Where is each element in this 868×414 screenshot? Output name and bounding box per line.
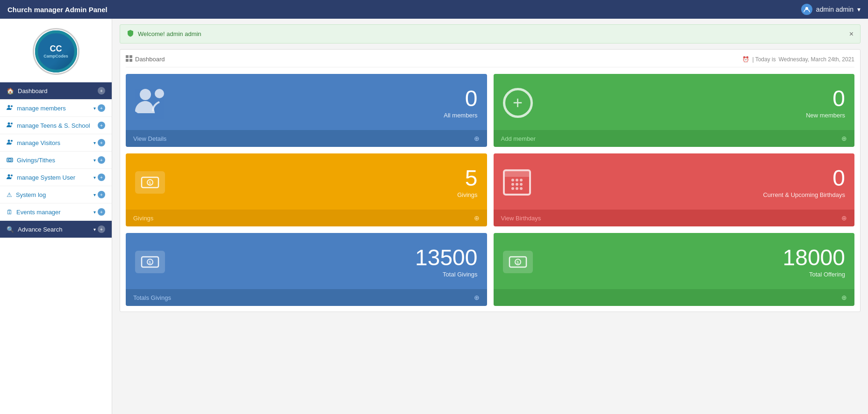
logo-inner: CC CampCodes (35, 30, 77, 73)
stat-card-all-members: 0 All members View Details ⊕ (126, 74, 487, 147)
sidebar-item-givings[interactable]: Givings/Tithes ▾ + (0, 152, 112, 169)
svg-text:$: $ (149, 260, 151, 265)
date-prefix: | Today is (752, 56, 775, 63)
totals-givings-link[interactable]: Totals Givings (133, 294, 171, 301)
stat-card-total-offering: $ 18000 Total Offering ⊕ (494, 233, 855, 306)
svg-point-10 (11, 174, 13, 176)
main-layout: CC CampCodes 🏠 Dashboard + (0, 19, 868, 414)
current-date: Wednesday, March 24th, 2021 (779, 56, 854, 63)
chevron-down-icon: ▾ (93, 175, 96, 180)
search-icon: 🔍 (7, 226, 14, 233)
arrow-circle-icon: ⊕ (841, 214, 847, 222)
plus-icon: + (98, 208, 105, 216)
events-icon: 🗓 (7, 209, 13, 216)
logo-shield-border (35, 30, 77, 73)
new-members-label: New members (806, 112, 845, 119)
stats-grid: 0 All members View Details ⊕ + (126, 74, 854, 306)
panel-header: Dashboard ⏰ | Today is Wednesday, March … (126, 55, 854, 67)
sidebar-item-label: manage members (17, 105, 66, 112)
svg-rect-8 (8, 159, 11, 161)
svg-point-2 (11, 105, 13, 107)
plus-icon: + (98, 139, 105, 146)
view-details-link[interactable]: View Details (133, 135, 166, 142)
svg-point-9 (8, 174, 10, 176)
sidebar-item-manage-teens[interactable]: manage Teens & S. School + (0, 117, 112, 134)
top-navbar: Church manager Admin Panel admin admin ▾ (0, 0, 868, 19)
plus-icon: + (98, 191, 105, 198)
stat-card-givings: $ 5 Givings Givings ⊕ (126, 153, 487, 226)
svg-point-3 (8, 122, 10, 124)
plus-icon: + (98, 122, 105, 129)
all-members-icon (135, 87, 169, 119)
dashboard-panel: Dashboard ⏰ | Today is Wednesday, March … (120, 49, 861, 312)
total-givings-label: Total Givings (415, 271, 477, 278)
birthdays-label: Current & Upcoming Birthdays (763, 191, 845, 198)
stat-card-birthdays: 0 Current & Upcoming Birthdays View Birt… (494, 153, 855, 226)
svg-point-1 (8, 105, 10, 107)
sidebar-item-label: Givings/Tithes (17, 157, 55, 164)
welcome-close-button[interactable]: × (849, 30, 854, 38)
sidebar-item-manage-members[interactable]: manage members ▾ + (0, 100, 112, 117)
plus-icon: + (98, 174, 105, 181)
sidebar-item-manage-visitors[interactable]: manage Visitors ▾ + (0, 134, 112, 152)
svg-rect-13 (126, 59, 129, 62)
givings-card-icon: $ (135, 171, 165, 194)
arrow-circle-icon: ⊕ (474, 214, 480, 222)
dashboard-grid-icon (126, 55, 132, 63)
chevron-down-icon: ▾ (93, 106, 96, 111)
chevron-down-icon: ▾ (93, 158, 96, 163)
breadcrumb: Dashboard (135, 56, 165, 63)
chevron-down-icon: ▾ (93, 192, 96, 197)
svg-point-16 (155, 89, 164, 98)
sidebar-item-label: Events manager (16, 209, 61, 216)
welcome-bar: Welcome! admin admin × (120, 24, 861, 44)
chevron-down-icon: ▾ (93, 140, 96, 145)
svg-rect-12 (129, 55, 132, 58)
view-birthdays-link[interactable]: View Birthdays (501, 215, 541, 222)
total-givings-icon: $ (135, 251, 165, 273)
sidebar-item-label: manage Visitors (17, 139, 60, 146)
svg-rect-14 (129, 59, 132, 62)
total-offering-count: 18000 (783, 247, 845, 269)
sidebar: CC CampCodes 🏠 Dashboard + (0, 19, 112, 414)
sidebar-item-label: manage Teens & S. School (17, 122, 90, 129)
svg-text:$: $ (516, 260, 519, 265)
plus-icon: + (98, 156, 105, 164)
members-icon (7, 105, 13, 112)
svg-rect-11 (126, 55, 129, 58)
givings-count: 5 (457, 167, 477, 189)
user-dropdown-icon: ▾ (857, 6, 861, 13)
logo-circle: CC CampCodes (33, 28, 79, 75)
sidebar-item-advance-search[interactable]: 🔍 Advance Search ▾ + (0, 221, 112, 238)
main-content: Welcome! admin admin × Dashboard ⏰ | (112, 19, 868, 414)
stat-card-new-members: + 0 New members Add member ⊕ (494, 74, 855, 147)
chevron-down-icon: ▾ (93, 210, 96, 215)
user-menu[interactable]: admin admin ▾ (801, 4, 861, 15)
givings-link[interactable]: Givings (133, 215, 153, 222)
plus-icon: + (98, 104, 105, 112)
welcome-shield-icon (127, 29, 134, 38)
new-members-count: 0 (806, 87, 845, 110)
sidebar-item-system-log[interactable]: ⚠ System log ▾ + (0, 186, 112, 203)
arrow-circle-icon: ⊕ (841, 135, 847, 142)
sidebar-item-dashboard[interactable]: 🏠 Dashboard + (0, 82, 112, 100)
svg-point-15 (140, 89, 151, 100)
givings-label: Givings (457, 191, 477, 198)
svg-text:$: $ (149, 181, 151, 185)
new-members-icon: + (503, 88, 533, 118)
sidebar-menu: 🏠 Dashboard + (0, 82, 112, 238)
plus-icon: + (98, 87, 105, 94)
add-member-link[interactable]: Add member (501, 135, 536, 142)
chevron-down-icon: ▾ (93, 227, 96, 232)
sidebar-item-label: manage System User (17, 174, 75, 181)
sidebar-item-system-user[interactable]: manage System User ▾ + (0, 169, 112, 186)
sidebar-item-label: Dashboard (18, 87, 48, 94)
sidebar-item-events[interactable]: 🗓 Events manager ▾ + (0, 203, 112, 221)
visitors-icon (7, 139, 13, 146)
sidebar-logo: CC CampCodes (0, 19, 112, 82)
total-offering-label: Total Offering (783, 271, 845, 278)
welcome-message: Welcome! admin admin (138, 30, 201, 37)
svg-point-5 (8, 139, 10, 142)
svg-rect-7 (7, 158, 13, 162)
arrow-circle-icon: ⊕ (474, 135, 480, 142)
